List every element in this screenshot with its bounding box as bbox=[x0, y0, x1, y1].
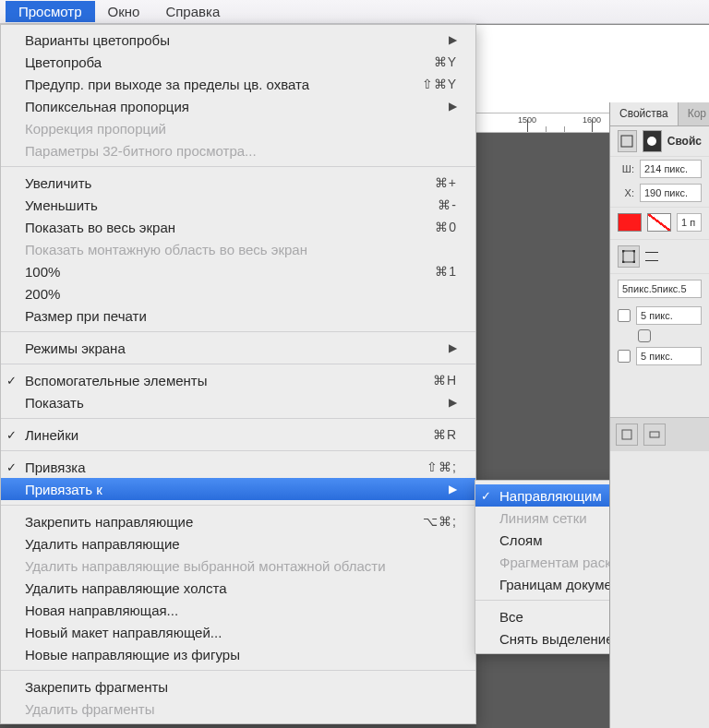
fill-stroke-row: 1 п bbox=[610, 207, 709, 237]
svg-rect-2 bbox=[623, 251, 634, 262]
menu-shortcut: ⌘- bbox=[438, 197, 457, 212]
corner-a-input[interactable]: 5 пикс. bbox=[636, 306, 702, 325]
corner-b-field: 5 пикс. bbox=[610, 344, 709, 368]
menu-item[interactable]: Закрепить направляющие⌥⌘; bbox=[1, 510, 475, 532]
properties-panel: Свойства Кор Свойс Ш: 214 пикс. X: 190 п… bbox=[609, 102, 709, 728]
menu-item[interactable]: Режимы экрана▶ bbox=[1, 337, 475, 359]
menu-item[interactable]: Удалить направляющие bbox=[1, 532, 475, 555]
menu-help[interactable]: Справка bbox=[152, 1, 233, 22]
menu-item[interactable]: ✓Вспомогательные элементы⌘H bbox=[1, 369, 475, 391]
link-corners-row bbox=[610, 328, 709, 344]
panel-tabs: Свойства Кор bbox=[610, 102, 709, 126]
checkmark-icon: ✓ bbox=[6, 428, 17, 442]
stroke-swatch[interactable] bbox=[647, 213, 671, 232]
menu-item-label: Удалить фрагменты bbox=[25, 701, 457, 717]
menu-item[interactable]: Увеличить⌘+ bbox=[1, 172, 475, 194]
submenu-arrow-icon: ▶ bbox=[449, 341, 457, 354]
menu-shortcut: ⌘Y bbox=[434, 54, 457, 69]
menu-item: Удалить направляющие выбранной монтажной… bbox=[1, 555, 475, 577]
svg-point-5 bbox=[622, 261, 625, 264]
menu-group: Закрепить направляющие⌥⌘;Удалить направл… bbox=[1, 510, 475, 665]
submenu-arrow-icon: ▶ bbox=[449, 33, 457, 46]
menu-item-label: Вспомогательные элементы bbox=[25, 373, 433, 388]
corner-a-checkbox[interactable] bbox=[618, 309, 631, 322]
menu-shortcut: ⌘1 bbox=[435, 264, 457, 279]
svg-point-6 bbox=[633, 261, 636, 264]
width-label: Ш: bbox=[618, 163, 634, 174]
menu-item[interactable]: Удалить направляющие холста bbox=[1, 577, 475, 599]
menu-group: Увеличить⌘+Уменьшить⌘-Показать во весь э… bbox=[1, 172, 475, 327]
submenu-arrow-icon: ▶ bbox=[449, 483, 457, 495]
menu-item[interactable]: ✓Линейки⌘R bbox=[1, 424, 475, 446]
stroke-width-input[interactable]: 1 п bbox=[677, 213, 702, 232]
svg-rect-8 bbox=[650, 432, 659, 437]
menu-item[interactable]: Новые направляющие из фигуры bbox=[1, 643, 475, 665]
chain-link-icon[interactable] bbox=[638, 329, 651, 342]
menu-item[interactable]: Новый макет направляющей... bbox=[1, 621, 475, 643]
align-icon-b[interactable] bbox=[643, 424, 666, 446]
submenu-arrow-icon: ▶ bbox=[449, 396, 457, 409]
menu-shortcut: ⌘+ bbox=[435, 175, 457, 190]
tab-corrections[interactable]: Кор bbox=[679, 102, 709, 125]
menu-item-label: Новый макет направляющей... bbox=[25, 625, 457, 640]
checkmark-icon: ✓ bbox=[481, 489, 491, 503]
corner-a-field: 5 пикс. bbox=[610, 304, 709, 328]
menu-item-label: 100% bbox=[25, 264, 435, 280]
menu-item-label: Новые направляющие из фигуры bbox=[25, 647, 457, 662]
shape-options-row bbox=[610, 239, 709, 273]
menu-item-label: Удалить направляющие выбранной монтажной… bbox=[25, 558, 457, 574]
menu-item[interactable]: Цветопроба⌘Y bbox=[1, 51, 475, 73]
menu-item[interactable]: Привязать к▶ bbox=[1, 478, 475, 500]
menu-item[interactable]: Новая направляющая... bbox=[1, 599, 475, 621]
menu-item-label: Цветопроба bbox=[25, 54, 434, 70]
menu-shortcut: ⌘H bbox=[433, 373, 457, 388]
menu-item: Удалить фрагменты bbox=[1, 698, 475, 720]
menu-item[interactable]: Закрепить фрагменты bbox=[1, 675, 475, 698]
menu-item: Параметры 32-битного просмотра... bbox=[1, 139, 475, 161]
width-input[interactable]: 214 пикс. bbox=[640, 160, 702, 178]
menu-item[interactable]: Варианты цветопробы▶ bbox=[1, 29, 475, 51]
mask-icon[interactable] bbox=[643, 130, 662, 152]
tab-properties[interactable]: Свойства bbox=[610, 102, 679, 125]
menu-item[interactable]: 100%⌘1 bbox=[1, 260, 475, 282]
menu-item[interactable]: 200% bbox=[1, 282, 475, 304]
menu-item[interactable]: Уменьшить⌘- bbox=[1, 194, 475, 216]
menu-item[interactable]: Попиксельная пропорция▶ bbox=[1, 95, 475, 117]
menu-item-label: Показать bbox=[25, 395, 449, 411]
x-input[interactable]: 190 пикс. bbox=[640, 184, 702, 202]
corner-b-input[interactable]: 5 пикс. bbox=[636, 347, 702, 365]
line-style-icon[interactable] bbox=[645, 252, 658, 261]
menu-item-label: Уменьшить bbox=[25, 197, 438, 213]
menu-item[interactable]: ✓Привязка⇧⌘; bbox=[1, 456, 475, 478]
menu-item-label: Привязать к bbox=[25, 482, 449, 497]
menu-item-label: Линейки bbox=[25, 427, 433, 443]
menu-item[interactable]: Показать во весь экран⌘0 bbox=[1, 216, 475, 238]
menu-shortcut: ⇧⌘; bbox=[427, 459, 457, 474]
menu-shortcut: ⌥⌘; bbox=[423, 514, 457, 529]
menu-item[interactable]: Размер при печати bbox=[1, 304, 475, 327]
menu-view[interactable]: Просмотр bbox=[6, 1, 95, 22]
corner-b-checkbox[interactable] bbox=[618, 350, 631, 363]
panel-bottom-bar bbox=[610, 417, 709, 451]
fill-swatch[interactable] bbox=[618, 213, 642, 232]
menu-item-label: Показать монтажную область во весь экран bbox=[25, 242, 457, 257]
menu-item: Коррекция пропорций bbox=[1, 117, 475, 139]
menu-item[interactable]: Показать▶ bbox=[1, 391, 475, 413]
x-label: X: bbox=[618, 187, 634, 198]
menu-item-label: Коррекция пропорций bbox=[25, 121, 457, 137]
menu-item-label: Закрепить направляющие bbox=[25, 514, 423, 530]
menu-item: Показать монтажную область во весь экран bbox=[1, 238, 475, 260]
menu-item-label: Закрепить фрагменты bbox=[25, 679, 457, 695]
menu-item[interactable]: Предупр. при выходе за пределы цв. охват… bbox=[1, 73, 475, 95]
submenu-arrow-icon: ▶ bbox=[449, 100, 457, 113]
menu-group: ✓Вспомогательные элементы⌘HПоказать▶ bbox=[1, 369, 475, 413]
menu-item-label: Показать во весь экран bbox=[25, 220, 435, 235]
shape-icon[interactable] bbox=[618, 130, 637, 152]
menu-group: ✓Привязка⇧⌘;Привязать к▶ bbox=[1, 456, 475, 500]
bbox-icon[interactable] bbox=[618, 245, 640, 268]
svg-point-1 bbox=[647, 137, 656, 146]
menu-item-label: Параметры 32-битного просмотра... bbox=[25, 143, 457, 159]
align-icon-a[interactable] bbox=[616, 424, 638, 446]
inset-input[interactable]: 5пикс.5пикс.5 bbox=[618, 280, 702, 298]
menu-window[interactable]: Окно bbox=[95, 1, 153, 22]
